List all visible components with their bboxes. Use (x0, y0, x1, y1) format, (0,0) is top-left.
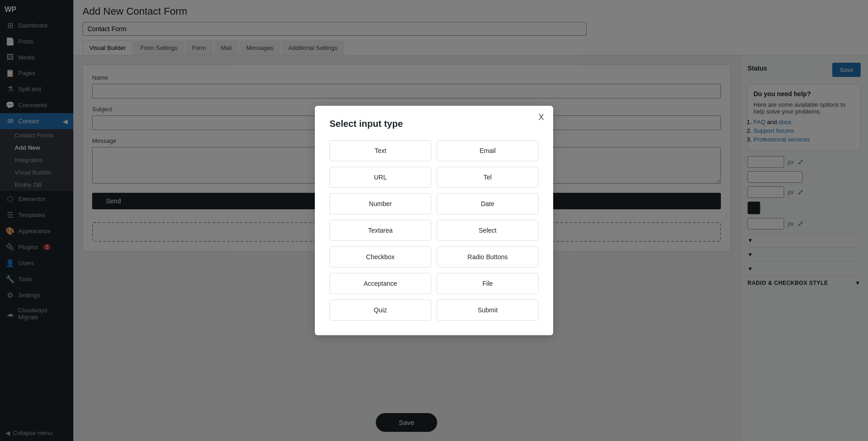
input-type-acceptance[interactable]: Acceptance (330, 273, 431, 294)
input-type-number[interactable]: Number (330, 193, 431, 214)
input-type-submit[interactable]: Submit (437, 299, 538, 321)
input-type-select[interactable]: Select (437, 220, 538, 241)
input-type-date[interactable]: Date (437, 193, 538, 214)
modal-select-input-type: X Select input type Text Email URL Tel N… (315, 106, 553, 335)
modal-close-button[interactable]: X (538, 113, 544, 121)
input-type-file[interactable]: File (437, 273, 538, 294)
input-type-grid: Text Email URL Tel Number Date Textarea … (330, 140, 538, 321)
input-type-textarea[interactable]: Textarea (330, 220, 431, 241)
input-type-tel[interactable]: Tel (437, 167, 538, 188)
input-type-quiz[interactable]: Quiz (330, 299, 431, 321)
input-type-checkbox[interactable]: Checkbox (330, 246, 431, 267)
input-type-text[interactable]: Text (330, 140, 431, 161)
input-type-radio-buttons[interactable]: Radio Buttons (437, 246, 538, 267)
modal-overlay[interactable]: X Select input type Text Email URL Tel N… (0, 0, 868, 441)
input-type-url[interactable]: URL (330, 167, 431, 188)
modal-title: Select input type (330, 119, 538, 129)
input-type-email[interactable]: Email (437, 140, 538, 161)
